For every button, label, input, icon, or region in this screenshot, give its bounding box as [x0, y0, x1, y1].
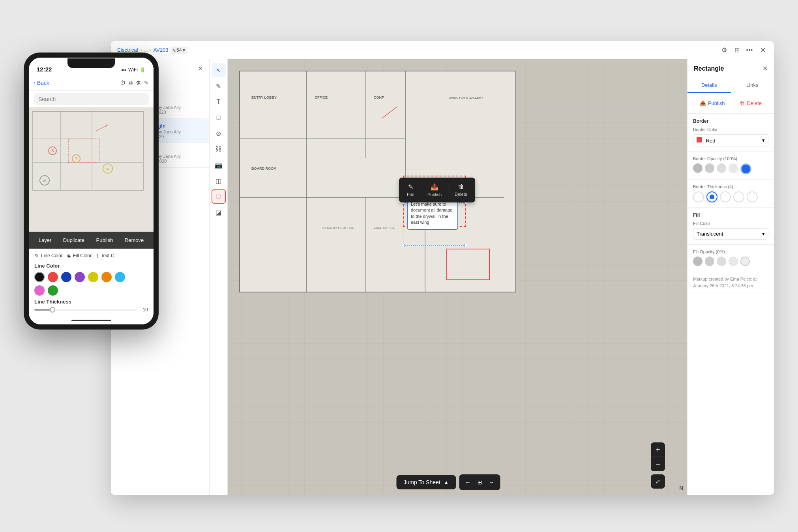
phone-canvas[interactable]: T S QA W: [29, 107, 154, 249]
ban-tool-button[interactable]: ⊘: [212, 126, 226, 140]
fill-icon: ◈: [67, 253, 71, 259]
fill-tool-button[interactable]: ◪: [212, 205, 226, 219]
shape-tool-button[interactable]: □: [212, 111, 226, 125]
zoom-in-button[interactable]: +: [651, 442, 665, 457]
pencil-tool-button[interactable]: ✎: [212, 79, 226, 93]
thickness-slider[interactable]: [34, 309, 137, 311]
color-orange[interactable]: [101, 272, 112, 282]
phone-remove-button[interactable]: Remove: [122, 236, 147, 245]
phone-line-color-tool[interactable]: ✎ Line Color: [34, 253, 63, 259]
border-color-select[interactable]: Red ▾: [693, 134, 768, 146]
phone-fill-color-tool[interactable]: ◈ Fill Color: [67, 253, 92, 259]
color-yellow[interactable]: [88, 272, 98, 282]
publish-button[interactable]: 📤 Publish: [696, 98, 729, 109]
thickness-value: 10: [140, 307, 148, 313]
phone-text-color-tool[interactable]: T Text C: [96, 253, 114, 259]
eraser-tool-button[interactable]: ◫: [212, 174, 226, 188]
sheet-grid-button[interactable]: ⊞: [474, 477, 485, 488]
fill-opacity-2[interactable]: [705, 257, 714, 266]
color-purple[interactable]: [75, 272, 85, 282]
thickness-slider-thumb[interactable]: [50, 307, 55, 313]
fill-opacity-5[interactable]: [740, 257, 750, 266]
phone-edit-icon[interactable]: ✎: [144, 80, 149, 86]
context-edit-button[interactable]: ✎ Edit: [401, 180, 421, 200]
opacity-option-2[interactable]: [705, 163, 714, 173]
border-opacity-section: Border Opacity (100%): [687, 152, 774, 180]
markup-panel-close-button[interactable]: ✕: [198, 65, 203, 72]
breadcrumb: Electrical › ... › AV103 v.54 ▾: [117, 47, 716, 54]
breadcrumb-current[interactable]: AV103: [153, 47, 168, 53]
phone-copy-icon[interactable]: ⧉: [129, 79, 133, 86]
more-icon[interactable]: •••: [746, 46, 753, 54]
opacity-option-1[interactable]: [693, 163, 702, 173]
right-panel-header: Rectangle ✕: [687, 59, 774, 78]
color-black[interactable]: [34, 272, 45, 282]
phone-search-input[interactable]: [34, 93, 149, 105]
border-thickness-label: Border Thickness (4): [693, 184, 768, 189]
phone-nav-bar: ‹ Back ⏱ ⧉ ⚗ ✎: [29, 75, 154, 91]
fill-opacity-3[interactable]: [717, 257, 726, 266]
edit-icon: ✎: [408, 183, 413, 191]
active-rect-tool[interactable]: □: [212, 189, 226, 204]
right-panel-tabs: Details Links: [687, 78, 774, 93]
color-red[interactable]: [48, 272, 58, 282]
thickness-option-1[interactable]: [693, 191, 704, 202]
right-panel-close-button[interactable]: ✕: [762, 65, 768, 72]
context-delete-button[interactable]: 🗑 Delete: [448, 180, 474, 200]
phone-search-bar: [29, 91, 154, 107]
phone-duplicate-button[interactable]: Duplicate: [60, 236, 88, 245]
select-tool-button[interactable]: ↖: [212, 63, 226, 77]
phone-back-button[interactable]: ‹ Back: [34, 80, 49, 86]
zoom-out-button[interactable]: −: [651, 457, 665, 471]
context-publish-button[interactable]: 📤 Publish: [421, 180, 448, 200]
camera-tool-button[interactable]: 📷: [212, 158, 226, 172]
layout-icon[interactable]: ⊞: [733, 46, 741, 54]
color-pink[interactable]: [34, 285, 45, 296]
canvas-bottom-rect-annotation[interactable]: [446, 249, 490, 280]
opacity-option-4[interactable]: [729, 163, 738, 173]
blueprint-background: ENTRY LOBBY OFFICE CONF BOARD ROOM DIREC…: [210, 59, 687, 495]
main-content: Markups ✕ 👁 (3) ⇅: [111, 59, 774, 495]
thickness-section-title: Line Thickness: [34, 299, 148, 305]
fill-color-select[interactable]: Translucent ▾: [693, 228, 768, 240]
svg-text:S: S: [51, 149, 54, 153]
thickness-option-3[interactable]: [720, 191, 731, 202]
zoom-controls: + −: [651, 442, 665, 471]
thickness-option-5[interactable]: [747, 191, 758, 202]
battery-icon: 🔋: [140, 67, 146, 73]
fill-opacity-4[interactable]: [729, 257, 738, 266]
tab-details[interactable]: Details: [687, 78, 731, 93]
prev-sheet-button[interactable]: ←: [463, 477, 474, 488]
right-panel: Rectangle ✕ Details Links 📤 Publish 🗑 De…: [687, 59, 774, 495]
svg-text:CONF: CONF: [374, 96, 384, 99]
phone-publish-button[interactable]: Publish: [93, 236, 116, 245]
link-tool-button[interactable]: ⛓: [212, 142, 226, 156]
opacity-option-3[interactable]: [717, 163, 726, 173]
chevron-down-icon: ▾: [762, 231, 765, 237]
delete-button[interactable]: 🗑 Delete: [736, 98, 766, 109]
phone-history-icon[interactable]: ⏱: [120, 80, 126, 86]
jump-to-sheet-button[interactable]: Jump To Sheet ▲: [397, 475, 456, 489]
phone-home-indicator: [29, 317, 154, 324]
border-color-label: Border Color: [693, 127, 768, 132]
tab-links[interactable]: Links: [731, 78, 774, 93]
thickness-option-4[interactable]: [733, 191, 744, 202]
canvas-area: ↖ ✎ T □ ⊘ ⛓ 📷 ◫ □ ◪: [210, 59, 687, 495]
phone-layer-button[interactable]: Layer: [36, 236, 55, 245]
fullscreen-button[interactable]: ⤢: [651, 474, 665, 489]
color-green[interactable]: [48, 285, 58, 296]
color-cyan[interactable]: [115, 272, 125, 282]
opacity-option-5[interactable]: [740, 163, 751, 174]
thickness-option-2[interactable]: [706, 191, 717, 202]
settings-icon[interactable]: ⚙: [720, 46, 728, 54]
phone-filter-icon[interactable]: ⚗: [136, 80, 141, 86]
close-window-button[interactable]: ✕: [758, 45, 768, 55]
color-blue[interactable]: [61, 272, 71, 282]
next-sheet-button[interactable]: →: [486, 477, 497, 488]
breadcrumb-version[interactable]: v.54 ▾: [171, 47, 188, 54]
text-tool-button[interactable]: T: [212, 95, 226, 109]
border-thickness-section: Border Thickness (4): [687, 180, 774, 208]
svg-text:BOARD ROOM: BOARD ROOM: [251, 167, 277, 170]
fill-opacity-1[interactable]: [693, 257, 702, 266]
breadcrumb-root[interactable]: Electrical: [117, 47, 138, 53]
